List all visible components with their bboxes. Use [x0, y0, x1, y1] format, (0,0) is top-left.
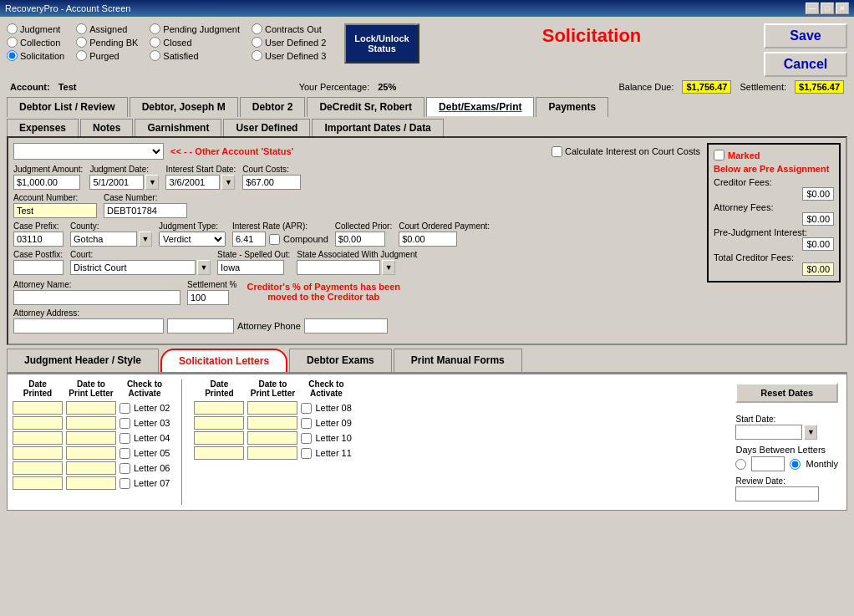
court-dropdown[interactable]: ▼	[197, 260, 211, 275]
radio-solicitation-input[interactable]	[7, 50, 18, 61]
tab-payments[interactable]: Payments	[536, 97, 608, 117]
tab-notes[interactable]: Notes	[80, 119, 133, 136]
tab-judgment-header[interactable]: Judgment Header / Style	[7, 349, 159, 372]
title-controls[interactable]: — □ ✕	[806, 3, 849, 14]
days-input[interactable]	[751, 456, 785, 471]
radio-purged-input[interactable]	[76, 50, 87, 61]
tab-debtor-joseph[interactable]: Debtor, Joseph M	[130, 97, 238, 117]
letter-02-date-printed[interactable]	[13, 401, 63, 415]
radio-assigned-input[interactable]	[76, 23, 87, 34]
letter-06-date-printed[interactable]	[13, 461, 63, 475]
settlement-pct-input[interactable]	[187, 290, 229, 305]
tab-debt-exams[interactable]: Debt/Exams/Print	[426, 97, 534, 117]
letter-09-date-to-print[interactable]	[247, 416, 297, 430]
state-assoc-input[interactable]	[297, 260, 380, 275]
cancel-button[interactable]: Cancel	[764, 52, 847, 77]
radio-solicitation[interactable]: Solicitation	[7, 50, 64, 61]
attorney-name-input[interactable]	[13, 290, 180, 305]
court-ordered-input[interactable]	[399, 232, 457, 247]
letter-07-checkbox[interactable]	[119, 478, 130, 489]
interest-rate-input[interactable]	[232, 232, 266, 247]
radio-collection-input[interactable]	[7, 37, 18, 48]
lock-unlock-button[interactable]: Lock/UnlockStatus	[344, 23, 419, 64]
county-dropdown[interactable]: ▼	[139, 232, 152, 247]
radio-contractsout-input[interactable]	[252, 23, 262, 34]
tab-important-dates[interactable]: Important Dates / Data	[312, 119, 443, 136]
letter-07-date-printed[interactable]	[13, 476, 63, 490]
review-date-input[interactable]	[735, 486, 819, 501]
status-select[interactable]	[13, 143, 164, 160]
tab-expenses[interactable]: Expenses	[7, 119, 79, 136]
letter-09-checkbox[interactable]	[301, 418, 312, 429]
letter-02-checkbox[interactable]	[119, 403, 130, 414]
letter-03-checkbox[interactable]	[119, 418, 130, 429]
letter-10-checkbox[interactable]	[301, 433, 312, 444]
letter-03-date-printed[interactable]	[13, 416, 63, 430]
attorney-address-input2[interactable]	[167, 318, 234, 333]
reset-dates-button[interactable]: Reset Dates	[735, 383, 838, 403]
case-number-input[interactable]	[104, 203, 187, 218]
account-number-input[interactable]	[13, 203, 97, 218]
tab-debtor-list[interactable]: Debtor List / Review	[7, 97, 128, 117]
letter-05-date-printed[interactable]	[13, 446, 63, 460]
radio-collection[interactable]: Collection	[7, 37, 64, 48]
judgment-amount-input[interactable]	[13, 175, 80, 190]
letter-07-date-to-print[interactable]	[66, 476, 116, 490]
attorney-address-input1[interactable]	[13, 318, 164, 333]
case-prefix-input[interactable]	[13, 232, 64, 247]
minimize-button[interactable]: —	[806, 3, 819, 14]
marked-checkbox[interactable]	[714, 150, 724, 160]
letter-03-date-to-print[interactable]	[66, 416, 116, 430]
letter-11-checkbox[interactable]	[301, 448, 312, 459]
letter-09-date-printed[interactable]	[194, 416, 244, 430]
letter-08-date-to-print[interactable]	[247, 401, 297, 415]
judgment-date-picker[interactable]: ▼	[145, 175, 159, 190]
judgment-date-input[interactable]	[89, 175, 144, 190]
radio-satisfied[interactable]: Satisfied	[150, 50, 240, 61]
calculate-interest-checkbox[interactable]	[552, 146, 562, 157]
interest-start-input[interactable]	[165, 175, 220, 190]
letter-04-checkbox[interactable]	[119, 433, 130, 444]
court-input[interactable]	[70, 260, 196, 275]
radio-pendingjudgment-input[interactable]	[150, 23, 160, 34]
radio-satisfied-input[interactable]	[150, 50, 160, 61]
tab-user-defined[interactable]: User Defined	[223, 119, 310, 136]
close-button[interactable]: ✕	[836, 3, 849, 14]
letter-10-date-printed[interactable]	[194, 431, 244, 445]
radio-assigned[interactable]: Assigned	[76, 23, 138, 34]
radio-userdefined2[interactable]: User Defined 2	[252, 37, 326, 48]
tab-garnishment[interactable]: Garnishment	[135, 119, 221, 136]
start-date-input[interactable]	[735, 425, 802, 440]
radio-closed-input[interactable]	[150, 37, 160, 48]
radio-pendingbk[interactable]: Pending BK	[76, 37, 138, 48]
radio-userdefined3-input[interactable]	[252, 50, 262, 61]
letter-08-date-printed[interactable]	[194, 401, 244, 415]
radio-pendingjudgment[interactable]: Pending Judgment	[150, 23, 240, 34]
letter-04-date-to-print[interactable]	[66, 431, 116, 445]
maximize-button[interactable]: □	[821, 3, 834, 14]
letter-08-checkbox[interactable]	[301, 403, 312, 414]
letter-06-checkbox[interactable]	[119, 463, 130, 474]
interest-start-picker[interactable]: ▼	[221, 175, 235, 190]
radio-userdefined2-input[interactable]	[252, 37, 262, 48]
county-input[interactable]	[70, 232, 137, 247]
radio-purged[interactable]: Purged	[76, 50, 138, 61]
attorney-phone-input[interactable]	[304, 318, 388, 333]
letter-02-date-to-print[interactable]	[66, 401, 116, 415]
tab-print-manual[interactable]: Print Manual Forms	[394, 349, 522, 372]
tab-solicitation-letters[interactable]: Solicitation Letters	[160, 349, 287, 372]
radio-closed[interactable]: Closed	[150, 37, 240, 48]
letter-06-date-to-print[interactable]	[66, 461, 116, 475]
tab-debtor2[interactable]: Debtor 2	[240, 97, 306, 117]
tab-decredit[interactable]: DeCredit Sr, Robert	[307, 97, 424, 117]
monthly-radio[interactable]	[790, 459, 801, 470]
court-costs-input[interactable]	[242, 175, 301, 190]
radio-userdefined3[interactable]: User Defined 3	[252, 50, 326, 61]
case-postfix-input[interactable]	[13, 260, 64, 275]
letter-10-date-to-print[interactable]	[247, 431, 297, 445]
radio-contractsout[interactable]: Contracts Out	[252, 23, 326, 34]
letter-04-date-printed[interactable]	[13, 431, 63, 445]
radio-judgment[interactable]: Judgment	[7, 23, 64, 34]
state-assoc-dropdown[interactable]: ▼	[382, 260, 395, 275]
letter-05-checkbox[interactable]	[119, 448, 130, 459]
